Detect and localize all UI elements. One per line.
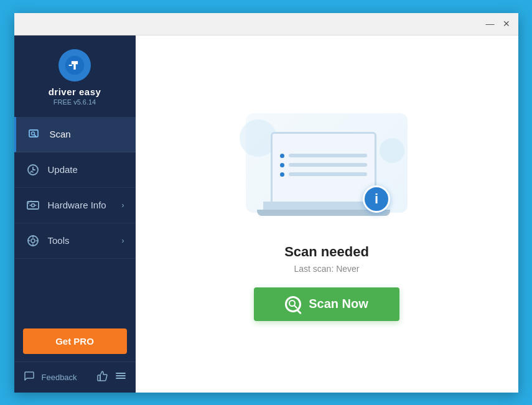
menu-icon[interactable] <box>114 370 127 385</box>
screen-dot-3 <box>280 172 284 177</box>
screen-dot-2 <box>280 163 284 167</box>
svg-line-20 <box>294 305 297 308</box>
scan-now-button[interactable]: Scan Now <box>254 287 399 321</box>
bg-circle-2 <box>380 138 404 163</box>
sidebar-logo: driver easy FREE v5.6.14 <box>14 35 136 117</box>
sidebar-footer: Feedback <box>14 361 136 393</box>
update-label: Update <box>48 164 78 175</box>
tools-label: Tools <box>48 235 70 246</box>
main-content: driver easy FREE v5.6.14 Scan <box>14 35 518 393</box>
scan-needed-title: Scan needed <box>284 244 369 260</box>
screen-line-1 <box>280 154 367 158</box>
scan-icon <box>27 127 42 142</box>
sidebar-item-hardware-info[interactable]: Hardware Info › <box>14 188 136 223</box>
scan-illustration: i <box>246 107 408 231</box>
logo-text: driver easy <box>49 86 101 97</box>
screen-dot-1 <box>280 154 284 158</box>
title-bar: — ✕ <box>14 13 518 35</box>
last-scan-text: Last scan: Never <box>294 264 359 274</box>
scan-now-label: Scan Now <box>309 297 368 311</box>
content-area: i Scan needed Last scan: Never Scan Now <box>136 35 518 393</box>
logo-svg <box>64 55 85 76</box>
main-window: — ✕ driver easy FREE v5.6.14 <box>14 13 518 393</box>
screen-bar-2 <box>289 163 367 167</box>
svg-line-3 <box>34 134 36 136</box>
info-badge: i <box>363 185 390 213</box>
scan-now-icon <box>285 296 301 312</box>
tools-chevron: › <box>122 236 124 245</box>
svg-rect-15 <box>98 375 100 381</box>
minimize-button[interactable]: — <box>483 17 497 30</box>
hardware-info-chevron: › <box>122 201 124 210</box>
feedback-item[interactable]: Feedback <box>23 370 77 384</box>
screen-bar-1 <box>289 154 367 157</box>
thumbs-up-icon[interactable] <box>96 370 108 385</box>
close-button[interactable]: ✕ <box>500 17 513 30</box>
logo-icon <box>58 49 91 81</box>
feedback-icon <box>23 370 37 384</box>
sidebar-item-scan[interactable]: Scan <box>14 117 136 152</box>
screen-line-3 <box>280 172 367 177</box>
scan-label: Scan <box>50 129 71 139</box>
screen-line-2 <box>280 163 367 167</box>
sidebar-footer-icons <box>96 370 127 385</box>
svg-rect-1 <box>29 130 38 137</box>
nav-items: Scan Update <box>14 117 136 321</box>
sidebar-item-update[interactable]: Update <box>14 152 136 188</box>
get-pro-button[interactable]: Get PRO <box>23 328 127 354</box>
logo-version: FREE v5.6.14 <box>54 98 96 106</box>
screen-bar-3 <box>289 172 367 176</box>
sidebar-item-tools[interactable]: Tools › <box>14 223 136 259</box>
update-icon <box>26 162 40 177</box>
hardware-info-label: Hardware Info <box>48 200 106 210</box>
hardware-info-icon <box>26 198 40 213</box>
laptop-screen <box>271 132 376 203</box>
feedback-label: Feedback <box>42 373 77 382</box>
sidebar: driver easy FREE v5.6.14 Scan <box>14 35 136 393</box>
tools-icon <box>26 233 40 248</box>
laptop-screen-content <box>273 147 375 188</box>
svg-point-10 <box>31 239 35 243</box>
